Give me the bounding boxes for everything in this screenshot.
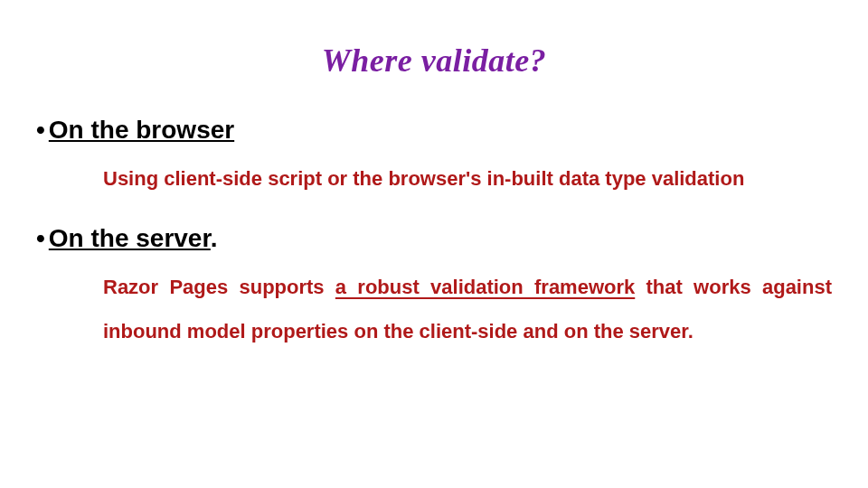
- desc-link: a robust validation framework: [335, 276, 635, 298]
- bullet-server: • On the server.: [36, 224, 832, 253]
- bullet-heading-trailing: .: [211, 224, 218, 252]
- bullet-browser: • On the browser: [36, 116, 832, 145]
- desc-text: Using client-side script or the browser'…: [103, 167, 744, 190]
- section-browser: • On the browser Using client-side scrip…: [36, 116, 832, 201]
- bullet-heading: On the browser: [49, 116, 234, 144]
- desc-server: Razor Pages supports a robust validation…: [103, 266, 832, 353]
- slide-title: Where validate?: [36, 42, 832, 80]
- desc-text: Razor Pages supports: [103, 276, 335, 298]
- bullet-dot-icon: •: [36, 224, 45, 253]
- slide: Where validate? • On the browser Using c…: [0, 0, 868, 488]
- bullet-dot-icon: •: [36, 116, 45, 145]
- desc-browser: Using client-side script or the browser'…: [103, 157, 832, 201]
- section-server: • On the server. Razor Pages supports a …: [36, 224, 832, 353]
- bullet-heading: On the server: [49, 224, 211, 252]
